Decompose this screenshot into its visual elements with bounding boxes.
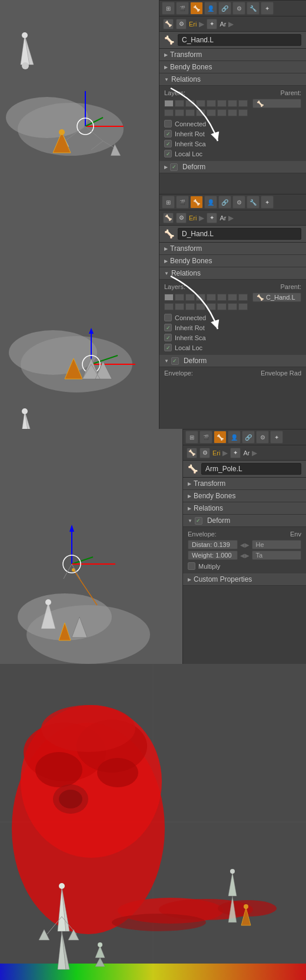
p2-layer-9[interactable] <box>164 303 174 310</box>
panel3-deform-header[interactable]: Deform <box>183 515 306 527</box>
panel2-tab-icon-2[interactable]: 🎬 <box>176 196 189 209</box>
p2-layer-12[interactable] <box>196 303 205 310</box>
p2-layer-11[interactable] <box>185 303 195 310</box>
panel3-tab-icon-4[interactable]: 👤 <box>228 431 241 444</box>
panel3-tab-icon-7[interactable]: ✦ <box>270 431 283 444</box>
panel1-transform-header[interactable]: Transform <box>159 49 306 61</box>
tab-icon-6[interactable]: ⚙ <box>232 2 245 15</box>
panel2-tab-icon-6[interactable]: ⚙ <box>232 196 245 209</box>
layer-8[interactable] <box>238 100 248 107</box>
svg-point-75 <box>59 883 65 889</box>
panel3-pose-icon[interactable]: ✦ <box>230 448 241 458</box>
tab-icon-1[interactable]: ⊞ <box>162 2 175 15</box>
panel3-tab-icon-6[interactable]: ⚙ <box>256 431 269 444</box>
p2-layer-5[interactable] <box>207 294 216 301</box>
panel2-connected-cb[interactable] <box>164 314 172 321</box>
p2-layer-15[interactable] <box>228 303 237 310</box>
p2-layer-2[interactable] <box>175 294 184 301</box>
panel1-bone-icon-btn[interactable]: 🦴 <box>163 19 174 29</box>
panel1-inherit-rot-cb[interactable] <box>164 130 172 137</box>
panel1-bendy-header[interactable]: Bendy Bones <box>159 61 306 73</box>
panel1-pose-icon[interactable]: ✦ <box>207 19 217 29</box>
panel3-mode-icon[interactable]: ⚙ <box>199 448 210 458</box>
panel3-deform-cb-inline[interactable] <box>195 517 202 525</box>
tab-icon-5[interactable]: 🔗 <box>218 2 231 15</box>
tab-icon-3[interactable]: 🦴 <box>190 2 203 15</box>
panel1-deform-header[interactable]: Deform <box>159 161 306 173</box>
layer-2[interactable] <box>175 100 184 107</box>
p2-layer-6[interactable] <box>217 294 227 301</box>
panel2-bendy-header[interactable]: Bendy Bones <box>159 255 306 267</box>
panel2-relations-header[interactable]: Relations <box>159 267 306 280</box>
p2-layer-1[interactable] <box>164 294 174 301</box>
panel3-bendy-header[interactable]: Bendy Bones <box>183 490 306 502</box>
layer-9[interactable] <box>164 109 174 116</box>
layer-16[interactable] <box>238 109 248 116</box>
panel1-deform-cb-inline[interactable] <box>170 163 178 171</box>
p2-layer-4[interactable] <box>196 294 205 301</box>
p2-layer-7[interactable] <box>228 294 237 301</box>
p2-layer-10[interactable] <box>175 303 184 310</box>
layer-7[interactable] <box>228 100 237 107</box>
panel3-relations-header[interactable]: Relations <box>183 502 306 515</box>
panel2-inherit-rot-cb[interactable] <box>164 324 172 331</box>
panel3-ta-field[interactable]: Ta <box>252 551 302 560</box>
p2-layer-16[interactable] <box>238 303 248 310</box>
tab-icon-4[interactable]: 👤 <box>204 2 217 15</box>
panel2-transform-header[interactable]: Transform <box>159 243 306 255</box>
panel1-connected-cb[interactable] <box>164 120 172 127</box>
panel2-tab-icon-7[interactable]: 🔧 <box>247 196 260 209</box>
panel3-bone-icon-btn[interactable]: 🦴 <box>187 448 197 458</box>
p2-layer-8[interactable] <box>238 294 248 301</box>
panel2-tab-icon-8[interactable]: ✦ <box>261 196 274 209</box>
panel3-bone-name-input[interactable] <box>201 463 301 475</box>
layer-11[interactable] <box>185 109 195 116</box>
panel1-inherit-scale-cb[interactable] <box>164 140 172 147</box>
panel2-bone-icon-btn[interactable]: 🦴 <box>163 213 174 223</box>
panel1-relations-header[interactable]: Relations <box>159 73 306 86</box>
panel2-inherit-scale-cb[interactable] <box>164 334 172 341</box>
panel3-tab-icon-2[interactable]: 🎬 <box>199 431 212 444</box>
panel2-tab-icon-3[interactable]: 🦴 <box>190 196 203 209</box>
panel1-parent-field[interactable]: 🦴 <box>252 99 301 108</box>
panel3-transform-header[interactable]: Transform <box>183 478 306 490</box>
panel3-multiply-cb[interactable] <box>188 562 195 570</box>
panel3-distan-field[interactable]: Distan: 0.139 <box>188 540 238 549</box>
panel2-parent-field[interactable]: 🦴 C_Hand.L <box>252 293 301 302</box>
panel2-deform-header[interactable]: Deform <box>159 355 306 367</box>
panel1-bone-name-input[interactable] <box>178 34 301 46</box>
panel1-inherit-rot-label: Inherit Rot <box>175 130 205 137</box>
p2-layer-3[interactable] <box>185 294 195 301</box>
p2-layer-13[interactable] <box>207 303 216 310</box>
panel2-tab-icon-1[interactable]: ⊞ <box>162 196 175 209</box>
panel3-tab-icon-1[interactable]: ⊞ <box>185 431 198 444</box>
layer-5[interactable] <box>207 100 216 107</box>
panel2-pose-icon[interactable]: ✦ <box>207 213 217 223</box>
layer-13[interactable] <box>207 109 216 116</box>
layer-10[interactable] <box>175 109 184 116</box>
p2-layer-14[interactable] <box>217 303 227 310</box>
panel3-he-field[interactable]: He <box>252 540 302 549</box>
layer-14[interactable] <box>217 109 227 116</box>
panel2-tab-icon-4[interactable]: 👤 <box>204 196 217 209</box>
panel2-deform-cb-inline[interactable] <box>171 357 179 365</box>
layer-3[interactable] <box>185 100 195 107</box>
layer-15[interactable] <box>228 109 237 116</box>
panel2-local-loc-cb[interactable] <box>164 344 172 351</box>
panel1-local-loc-cb[interactable] <box>164 150 172 157</box>
panel3-tab-icon-5[interactable]: 🔗 <box>242 431 255 444</box>
layer-12[interactable] <box>196 109 205 116</box>
panel3-custom-props-header[interactable]: Custom Properties <box>183 573 306 586</box>
panel2-tab-icon-5[interactable]: 🔗 <box>218 196 231 209</box>
panel3-weight-field[interactable]: Weight: 1.000 <box>188 551 238 560</box>
panel2-bone-name-input[interactable] <box>178 228 301 240</box>
panel2-mode-icon[interactable]: ⚙ <box>176 213 187 223</box>
tab-icon-7[interactable]: 🔧 <box>247 2 260 15</box>
panel3-tab-icon-3[interactable]: 🦴 <box>214 431 227 444</box>
layer-1[interactable] <box>164 100 174 107</box>
panel1-mode-icon[interactable]: ⚙ <box>176 19 187 29</box>
layer-6[interactable] <box>217 100 227 107</box>
tab-icon-8[interactable]: ✦ <box>261 2 274 15</box>
layer-4[interactable] <box>196 100 205 107</box>
tab-icon-2[interactable]: 🎬 <box>176 2 189 15</box>
